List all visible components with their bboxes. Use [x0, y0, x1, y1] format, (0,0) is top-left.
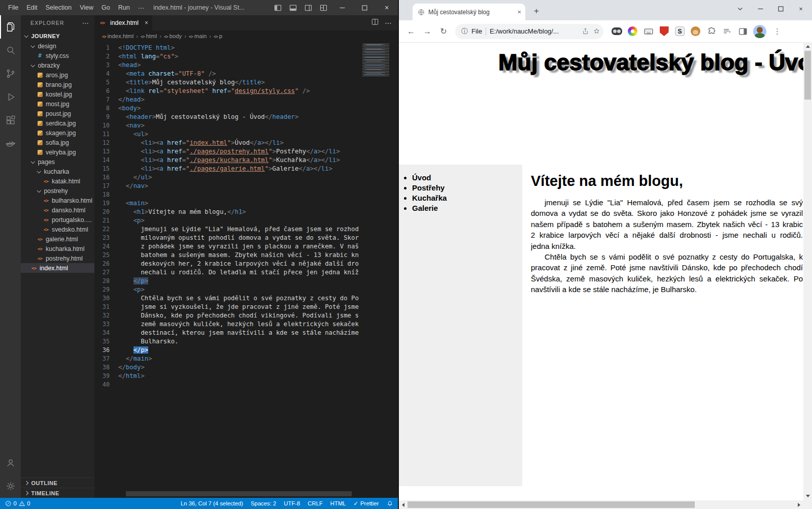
tree-item-postrehy.html[interactable]: postrehy.html [21, 253, 94, 263]
code-line-16[interactable]: 16 </ul> [94, 173, 398, 182]
code-line-24[interactable]: 24 z pohádek jsme se vyrazili jen s plac… [94, 242, 398, 251]
tree-item-aros.jpg[interactable]: aros.jpg [21, 70, 94, 80]
code-line-18[interactable]: 18 [94, 190, 398, 199]
code-line-30[interactable]: 30 Chtěla bych se s vámi podělit o své p… [94, 294, 398, 303]
code-line-22[interactable]: 22 jmenuji se Lýdie "Lia" Hemalová, před… [94, 225, 398, 234]
code-line-15[interactable]: 15 <li><a href="./pages/galerie.html">Ga… [94, 165, 398, 173]
playlist-icon[interactable] [722, 26, 732, 37]
code-line-1[interactable]: 1<!DOCTYPE html> [94, 44, 398, 52]
breadcrumb-p[interactable]: <> p [214, 33, 222, 39]
code-line-13[interactable]: 13 <li><a href="./pages/postrehy.html">P… [94, 147, 398, 156]
tab-close-icon[interactable]: × [145, 19, 148, 26]
vertical-scrollbar[interactable] [803, 42, 812, 500]
panel-timeline[interactable]: TIMELINE [21, 488, 94, 498]
maximize-button[interactable] [770, 0, 791, 17]
horizontal-scrollbar[interactable] [399, 500, 803, 509]
tree-item-kucharka[interactable]: kucharka [21, 167, 94, 176]
code-line-35[interactable]: 35 Bulharsko. [94, 337, 398, 346]
toggle-secondary-sidebar-icon[interactable] [300, 0, 316, 15]
menu-selection[interactable]: Selection [42, 0, 76, 15]
tree-item-katak.html[interactable]: katak.html [21, 176, 94, 186]
tab-search-chevron-icon[interactable] [730, 0, 750, 17]
pinwheel-extension-icon[interactable] [627, 26, 638, 37]
toggle-sidebar-icon[interactable] [270, 0, 285, 15]
breadcrumb-main[interactable]: <> main [189, 33, 207, 39]
new-tab-button[interactable]: + [529, 4, 544, 18]
extensions-icon[interactable] [0, 109, 21, 132]
code-line-20[interactable]: 20 <h1>Vítejte na mém blogu,</h1> [94, 208, 398, 216]
code-line-27[interactable]: 27 nechali u rodičů. Do letadla mi stačí… [94, 268, 398, 277]
code-line-5[interactable]: 5 <title>Můj cestovatelský blog</title> [94, 78, 398, 87]
workspace-root-folder[interactable]: JOURNEY [21, 30, 94, 41]
tree-item-skagen.jpg[interactable]: skagen.jpg [21, 128, 94, 138]
breadcrumb-body[interactable]: <> body [164, 33, 182, 39]
code-line-36[interactable]: 36 </p> [94, 346, 398, 355]
code-line-9[interactable]: 9 <header>Můj cestovatelský blog - Úvod<… [94, 113, 398, 121]
side-panel-icon[interactable] [737, 26, 748, 37]
menu-more[interactable]: ⋯ [134, 0, 149, 15]
forward-icon[interactable]: → [420, 24, 435, 39]
code-line-17[interactable]: 17 </nav> [94, 182, 398, 190]
code-line-38[interactable]: 38</body> [94, 363, 398, 372]
indentation[interactable]: Spaces: 2 [251, 500, 276, 506]
search-icon[interactable] [0, 39, 21, 62]
profile-avatar[interactable] [753, 25, 766, 38]
code-line-4[interactable]: 4 <meta charset="UTF-8" /> [94, 70, 398, 78]
menu-file[interactable]: File [4, 0, 22, 15]
puzzle-extensions-icon[interactable] [706, 26, 717, 37]
tree-item-poust.jpg[interactable]: poust.jpg [21, 109, 94, 118]
share-icon[interactable] [582, 27, 589, 35]
vertical-scrollbar-thumb[interactable] [804, 51, 811, 100]
code-line-11[interactable]: 11 <ul> [94, 130, 398, 139]
tree-item-most.jpg[interactable]: most.jpg [21, 99, 94, 109]
tree-item-kucharka.html[interactable]: kucharka.html [21, 244, 94, 253]
split-editor-icon[interactable] [371, 18, 379, 27]
s-extension-icon[interactable]: S [674, 26, 685, 37]
reload-icon[interactable]: ↻ [436, 24, 451, 39]
code-line-21[interactable]: 21 <p> [94, 216, 398, 225]
eol-sequence[interactable]: CRLF [308, 500, 323, 506]
nav-link-vod[interactable]: Úvod [412, 173, 522, 183]
docker-icon[interactable] [0, 132, 21, 155]
tree-item-svedsko.html[interactable]: svedsko.html [21, 225, 94, 234]
run-debug-icon[interactable] [0, 85, 21, 109]
editor-more-actions-icon[interactable] [385, 18, 392, 27]
tree-item-serdica.jpg[interactable]: serdica.jpg [21, 118, 94, 128]
minimize-button[interactable] [331, 0, 353, 15]
code-line-32[interactable]: 32 Dánsko, kde po přechodech chodí vikin… [94, 311, 398, 320]
address-bar[interactable]: ⓘ File E:/work/naucMe/blog/... [455, 24, 603, 39]
tree-item-obrazky[interactable]: obrazky [21, 60, 94, 70]
maximize-button[interactable] [353, 0, 376, 15]
settings-gear-icon[interactable] [0, 474, 21, 498]
code-line-19[interactable]: 19 <main> [94, 199, 398, 208]
tree-item-design[interactable]: design [21, 41, 94, 51]
code-line-39[interactable]: 39</html> [94, 372, 398, 380]
tree-item-sofia.jpg[interactable]: sofia.jpg [21, 138, 94, 147]
tree-item-brano.jpg[interactable]: brano.jpg [21, 80, 94, 89]
tree-item-galerie.html[interactable]: galerie.html [21, 234, 94, 244]
tree-item-velryba.jpg[interactable]: velryba.jpg [21, 147, 94, 157]
code-line-26[interactable]: 26 deskových her, 2 krabice larpových vě… [94, 260, 398, 268]
browser-tab[interactable]: Můj cestovatelský blog × [413, 4, 525, 20]
minimap[interactable] [362, 44, 392, 76]
notifications-bell-icon[interactable] [387, 500, 393, 507]
close-button[interactable]: × [376, 0, 398, 15]
tree-item-portugalsko.html[interactable]: portugalsko.html [21, 215, 94, 225]
nav-link-postehy[interactable]: Postřehy [412, 183, 522, 193]
editor-horizontal-scrollbar[interactable] [126, 491, 352, 496]
code-line-6[interactable]: 6 <link rel="stylesheet" href="design/st… [94, 87, 398, 96]
code-line-31[interactable]: 31 jsme si vyzkoušeli, že jde pracovat z… [94, 303, 398, 311]
code-line-40[interactable]: 40 [94, 380, 398, 389]
keyboard-extension-icon[interactable] [643, 26, 654, 37]
ublock-extension-icon[interactable] [659, 26, 669, 37]
toggle-panel-icon[interactable] [285, 0, 300, 15]
cursor-position[interactable]: Ln 36, Col 7 (4 selected) [181, 500, 243, 506]
page-info-icon[interactable]: ⓘ [461, 27, 468, 36]
bookmark-star-icon[interactable] [593, 27, 600, 35]
tree-item-styly.css[interactable]: styly.css [21, 51, 94, 60]
code-line-25[interactable]: 25 batohem a sušeným masem. Zbytek našic… [94, 251, 398, 260]
nav-link-kuchaka[interactable]: Kuchařka [412, 193, 522, 203]
code-editor[interactable]: 1<!DOCTYPE html>2<html lang="cs">3<head>… [94, 42, 398, 498]
tree-item-index.html[interactable]: index.html [21, 263, 94, 273]
explorer-icon[interactable] [0, 15, 21, 39]
